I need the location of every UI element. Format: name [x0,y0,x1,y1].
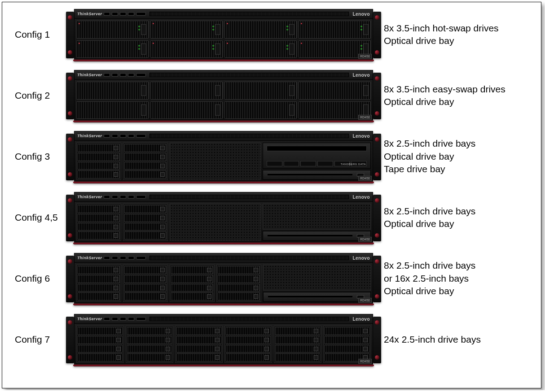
config-row: Config 4,5ThinkServerLenovoRD4508x 2.5-i… [7,192,536,243]
model-badge: RD450 [358,298,372,303]
drive-bay-2_5 [78,170,120,179]
vga-port-icon [136,195,146,199]
drive-stack-2_5 [123,143,168,180]
tape-brand: TANDBERG DATA [341,163,366,166]
rack-ear-left [66,73,74,119]
drive-stack-2_5 [170,265,215,302]
server-chassis: ThinkServerLenovoRD450 [74,253,373,304]
config-label: Config 3 [7,151,74,162]
usb-port-icon [104,256,110,260]
usb-port-icon [128,195,134,199]
config-description: 8x 3.5-inch easy-swap drivesOptical driv… [373,83,536,109]
optical-drive [263,292,371,302]
usb-port-icon [120,195,126,199]
server-topbar: ThinkServerLenovo [74,131,373,141]
server-body: RD450 [74,19,373,60]
tape-drive: TANDBERG DATA [263,143,371,169]
vga-port-icon [136,317,146,321]
usb-port-icon [104,317,110,321]
vent-slot [149,73,349,77]
drive-bay-2_5 [171,275,213,283]
model-badge: RD450 [358,115,372,120]
drive-bay-3_5 [299,82,371,100]
rack-ear-right [373,12,381,58]
drive-stack-2_5 [123,204,168,241]
drive-bay-2_5 [78,223,120,231]
optical-drive [263,231,371,241]
drive-bay-2_5 [176,353,221,362]
usb-port-icon [104,195,110,199]
brand-thinkserver: ThinkServer [77,134,102,138]
drive-bay-2_5 [275,336,320,344]
drive-bay-2_5 [226,336,271,344]
chassis-red-trim [73,243,374,244]
drive-bay-2_5 [124,214,167,222]
server-chassis: ThinkServerLenovoTANDBERG DATARD450 [74,131,373,182]
drive-stack-2_5 [224,326,272,363]
config-description: 8x 2.5-inch drive baysOptical drive bayT… [373,137,536,175]
config-description: 24x 2.5-inch drive bays [373,333,536,346]
rack-ear-left [66,134,74,180]
usb-port-icon [128,134,134,138]
drive-bay-2_5 [124,292,167,301]
drive-bay-2_5 [226,327,271,335]
rack-ear-left [66,195,74,241]
drive-bay-3_5 [224,101,297,119]
drive-bay-2_5 [275,345,320,353]
config-row: Config 3ThinkServerLenovoTANDBERG DATARD… [7,131,536,182]
config-description: 8x 3.5-inch hot-swap drivesOptical drive… [373,22,536,48]
vent-slot [149,256,349,260]
brand-lenovo: Lenovo [352,195,370,200]
drive-bay-2_5 [171,284,213,292]
usb-port-icon [120,12,126,16]
usb-port-icon [104,134,110,138]
drive-bay-2_5 [171,292,213,301]
brand-lenovo: Lenovo [352,256,370,261]
usb-port-icon [128,317,134,321]
drive-bay-2_5 [124,144,167,152]
usb-port-icon [120,73,126,77]
drive-bay-2_5 [176,327,221,335]
usb-port-icon [112,12,118,16]
drive-bay-2_5 [124,284,167,292]
drive-bay-2_5 [78,353,123,362]
vent-mesh [170,204,261,241]
usb-port-icon [112,134,118,138]
vga-port-icon [136,12,146,16]
vent-slot [149,195,349,199]
chassis-red-trim [73,60,374,61]
config-row: Config 1ThinkServerLenovoRD4508x 3.5-inc… [7,9,536,60]
drive-bay-2_5 [275,353,320,362]
vent-slot [149,317,349,321]
drive-bay-2_5 [78,162,120,170]
config-description: 8x 2.5-inch drive baysOptical drive bay [373,205,536,231]
drive-bay-3_5 [76,101,149,119]
drive-bay-2_5 [124,275,167,283]
drive-bay-2_5 [78,205,120,213]
usb-port-icon [120,317,126,321]
drive-stack-2_5 [216,265,261,302]
drive-bay-3_5 [150,82,223,100]
drive-bay-3_5 [150,21,223,39]
usb-port-icon [112,195,118,199]
config-row: Config 2ThinkServerLenovoRD4508x 3.5-inc… [7,70,536,121]
usb-port-icon [128,256,134,260]
drive-bay-2_5 [127,327,172,335]
vent-mesh [170,143,261,180]
drive-stack-2_5 [76,326,124,363]
drive-bay-3_5 [150,101,223,119]
server-chassis: ThinkServerLenovoRD450 [74,314,373,365]
drive-bay-2_5 [78,214,120,222]
model-badge: RD450 [358,359,372,364]
drive-bay-2_5 [78,327,123,335]
drive-bay-2_5 [218,292,260,301]
brand-thinkserver: ThinkServer [77,12,102,16]
drive-bay-2_5 [78,153,120,161]
server-topbar: ThinkServerLenovo [74,9,373,19]
drive-bay-2_5 [275,327,320,335]
drive-bay-2_5 [218,275,260,283]
rack-ear-right [373,195,381,241]
drive-stack-2_5 [76,204,121,241]
server-topbar: ThinkServerLenovo [74,192,373,202]
usb-port-icon [112,256,118,260]
